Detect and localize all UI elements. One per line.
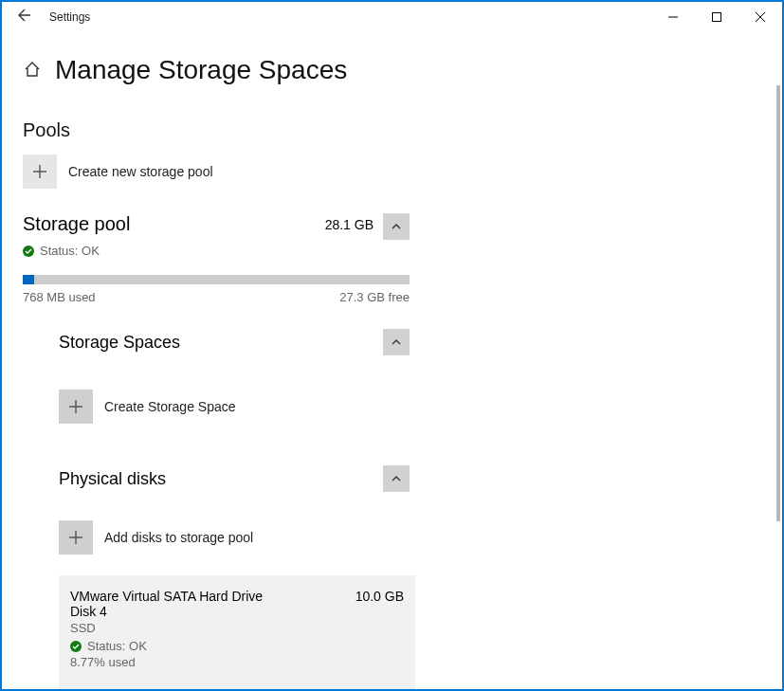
- plus-icon: [69, 400, 82, 413]
- chevron-up-icon: [392, 222, 401, 231]
- storage-spaces-heading: Storage Spaces: [59, 333, 180, 353]
- chevron-up-icon: [392, 474, 401, 483]
- create-pool-row[interactable]: Create new storage pool: [23, 155, 761, 189]
- svg-rect-0: [713, 13, 721, 22]
- window-title: Settings: [49, 10, 90, 24]
- maximize-button[interactable]: [695, 2, 738, 32]
- add-disks-row[interactable]: Add disks to storage pool: [59, 520, 410, 555]
- arrow-left-icon: [17, 8, 32, 23]
- disk-name: VMware Virtual SATA Hard Drive Disk 4: [70, 589, 279, 619]
- close-button[interactable]: [738, 2, 782, 32]
- storage-pool-size: 28.1 GB: [325, 217, 374, 232]
- close-icon: [756, 12, 765, 22]
- minimize-icon: [668, 12, 678, 22]
- disk-status: Status: OK: [70, 639, 404, 653]
- disk-status-label: Status: OK: [87, 639, 147, 653]
- status-ok-icon: [23, 245, 34, 257]
- usage-free: 27.3 GB free: [339, 290, 410, 304]
- create-space-label: Create Storage Space: [104, 399, 236, 414]
- minimize-button[interactable]: [651, 2, 695, 32]
- back-button[interactable]: [6, 2, 44, 32]
- create-pool-label: Create new storage pool: [68, 164, 213, 179]
- plus-icon: [69, 531, 82, 544]
- storage-pool-block: Storage pool 28.1 GB Status: OK 768 MB u…: [23, 213, 410, 304]
- add-disks-label: Add disks to storage pool: [104, 530, 253, 545]
- pools-heading: Pools: [23, 119, 761, 141]
- status-ok-icon: [70, 641, 82, 652]
- title-bar: Settings: [2, 2, 782, 32]
- storage-pool-name: Storage pool: [23, 213, 130, 235]
- physical-disks-header[interactable]: Physical disks: [59, 465, 410, 492]
- storage-spaces-block: Storage Spaces Create Storage Space: [59, 329, 410, 424]
- create-pool-button[interactable]: [23, 155, 57, 189]
- disk-top-row: VMware Virtual SATA Hard Drive Disk 4 10…: [70, 589, 404, 619]
- physical-disks-heading: Physical disks: [59, 469, 166, 489]
- usage-used: 768 MB used: [23, 290, 96, 304]
- disk-card[interactable]: VMware Virtual SATA Hard Drive Disk 4 10…: [59, 575, 415, 689]
- content-area: Manage Storage Spaces Pools Create new s…: [2, 32, 782, 689]
- page-header: Manage Storage Spaces: [23, 55, 761, 85]
- chevron-up-icon: [392, 337, 401, 347]
- physical-disks-block: Physical disks Add disks to storage pool: [59, 465, 410, 555]
- maximize-icon: [712, 12, 721, 22]
- create-space-row[interactable]: Create Storage Space: [59, 390, 410, 424]
- usage-labels: 768 MB used 27.3 GB free: [23, 290, 410, 304]
- storage-spaces-header[interactable]: Storage Spaces: [59, 329, 410, 355]
- disk-used: 8.77% used: [70, 655, 404, 669]
- usage-bar: [23, 275, 410, 284]
- disk-size: 10.0 GB: [356, 589, 404, 619]
- storage-pool-header[interactable]: Storage pool 28.1 GB: [23, 213, 410, 240]
- status-label: Status: OK: [40, 244, 100, 258]
- storage-pool-status: Status: OK: [23, 244, 410, 258]
- scrollbar[interactable]: [776, 85, 780, 521]
- collapse-pool-button[interactable]: [383, 213, 410, 240]
- window-controls: [651, 2, 782, 32]
- collapse-spaces-button[interactable]: [383, 329, 410, 355]
- disk-type: SSD: [70, 621, 404, 635]
- create-space-button[interactable]: [59, 390, 93, 424]
- collapse-disks-button[interactable]: [383, 465, 410, 492]
- usage-fill: [23, 275, 34, 284]
- add-disks-button[interactable]: [59, 520, 93, 555]
- page-title: Manage Storage Spaces: [55, 55, 347, 85]
- home-icon[interactable]: [23, 60, 42, 82]
- plus-icon: [33, 165, 46, 178]
